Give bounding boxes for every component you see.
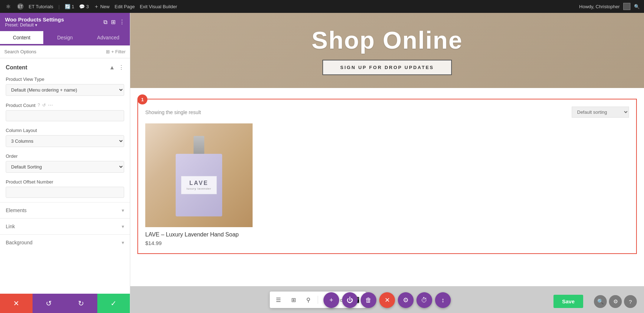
bottle-label: LAVE luxury lavender	[181, 176, 216, 194]
column-layout-label: Column Layout	[6, 128, 124, 133]
search-icon[interactable]: 🔍	[634, 4, 640, 9]
module-badge: 1	[137, 94, 147, 104]
list-view-icon[interactable]: ☰	[271, 293, 286, 307]
sorting-select[interactable]: Default sorting	[572, 107, 629, 118]
bottle-label-subtitle: luxury lavender	[186, 187, 211, 190]
sidebar-header: Woo Products Settings Preset: Default ▾ …	[0, 13, 130, 31]
preset-label: Preset:	[5, 23, 19, 28]
product-count-label: Product Count ? ↺ ⋯	[6, 102, 124, 108]
tab-design[interactable]: Design	[43, 31, 87, 45]
sidebar-preset[interactable]: Preset: Default ▾	[5, 23, 64, 28]
help-icon[interactable]: ?	[38, 103, 40, 108]
add-fab[interactable]: +	[323, 292, 339, 308]
link-title: Link	[6, 224, 15, 229]
edit-page-link[interactable]: Edit Page	[114, 4, 135, 9]
products-sort: Default sorting	[572, 107, 629, 118]
floating-actions: + ⏻ 🗑 ✕ ⚙ ⏱ ↕	[323, 292, 451, 308]
right-mini-toolbar: 🔍 ⚙ ?	[594, 295, 637, 308]
link-chevron-icon: ▾	[122, 224, 124, 229]
bottle-body: LAVE luxury lavender	[176, 154, 222, 216]
section-header-content: Content ▲ ⋮	[0, 58, 130, 74]
section-controls: ▲ ⋮	[109, 64, 124, 71]
comments-icon[interactable]: 💬 3	[79, 4, 89, 9]
search-input[interactable]	[4, 49, 103, 54]
admin-bar: ⚛ ET ET Tutorials | 🔄 1 💬 3 ＋ New Edit P…	[0, 0, 644, 13]
products-header: Showing the single result Default sortin…	[145, 107, 629, 118]
delete-fab[interactable]: 🗑	[361, 292, 376, 308]
duplicate-icon[interactable]: ⧉	[103, 19, 107, 25]
grid-view-icon[interactable]: ⊞	[286, 293, 301, 307]
separator: |	[58, 4, 59, 9]
order-select[interactable]: Default Sorting	[6, 161, 124, 173]
bottle-cap	[194, 136, 204, 154]
settings-fab[interactable]: ⚙	[398, 292, 414, 308]
product-count-field: Product Count ? ↺ ⋯ 9	[0, 100, 130, 126]
et-tutorials-link[interactable]: ET Tutorials	[29, 4, 53, 9]
product-view-type-label: Product View Type	[6, 77, 124, 82]
filter-label: + Filter	[111, 49, 126, 54]
section-more-icon[interactable]: ⋮	[118, 64, 124, 71]
product-view-type-select[interactable]: Default (Menu ordering + name)	[6, 84, 124, 96]
admin-bar-right: Howdy, Christopher 🔍	[579, 3, 640, 10]
product-image[interactable]: LAVE luxury lavender	[145, 123, 253, 227]
shop-cta-button[interactable]: SIGN UP FOR DROP UPDATES	[322, 60, 452, 75]
timer-fab[interactable]: ⏱	[416, 292, 432, 308]
elements-title: Elements	[6, 207, 26, 213]
undo-button[interactable]: ↺	[33, 294, 65, 313]
product-count-input[interactable]: 9	[6, 110, 124, 121]
save-button[interactable]: Save	[553, 295, 583, 308]
redo-button[interactable]: ↻	[65, 294, 98, 313]
exit-builder-link[interactable]: Exit Visual Builder	[140, 4, 177, 9]
chevron-down-icon: ▾	[35, 23, 37, 28]
section-title: Content	[6, 64, 27, 71]
filter-button[interactable]: ⊞ + Filter	[106, 49, 126, 54]
elements-chevron-icon: ▾	[122, 207, 124, 213]
product-offset-field: Product Offset Number 0	[0, 177, 130, 202]
wordpress-logo-icon[interactable]: ⚛	[4, 3, 12, 10]
collapse-icon[interactable]: ▲	[109, 64, 115, 71]
column-layout-field: Column Layout 3 Columns	[0, 126, 130, 151]
content-area: Shop Online SIGN UP FOR DROP UPDATES 1 S…	[130, 13, 644, 313]
product-name: LAVE – Luxury Lavender Hand Soap	[145, 231, 253, 238]
save-check-button[interactable]: ✓	[97, 294, 130, 313]
bottle-label-title: LAVE	[186, 180, 211, 186]
product-card: LAVE luxury lavender LAVE – Luxury Laven…	[145, 123, 253, 246]
sidebar: Woo Products Settings Preset: Default ▾ …	[0, 13, 130, 313]
background-section[interactable]: Background ▾	[0, 234, 130, 250]
sidebar-search: ⊞ + Filter	[0, 45, 130, 58]
sidebar-content: Content ▲ ⋮ Product View Type Default (M…	[0, 58, 130, 294]
lave-bottle: LAVE luxury lavender	[176, 136, 222, 215]
cancel-button[interactable]: ✕	[0, 294, 33, 313]
settings-mini-button[interactable]: ⚙	[609, 295, 622, 308]
notifications-icon[interactable]: 🔄 1	[65, 4, 74, 9]
filter-icon: ⊞	[106, 49, 110, 54]
results-text: Showing the single result	[145, 109, 201, 115]
order-label: Order	[6, 153, 124, 159]
product-view-type-field: Product View Type Default (Menu ordering…	[0, 74, 130, 100]
link-icon[interactable]: ⚲	[301, 293, 316, 307]
avatar[interactable]	[623, 3, 630, 10]
elements-section[interactable]: Elements ▾	[0, 202, 130, 218]
power-fab[interactable]: ⏻	[342, 292, 358, 308]
reset-icon[interactable]: ↺	[42, 103, 46, 108]
sort-fab[interactable]: ↕	[435, 292, 451, 308]
close-fab[interactable]: ✕	[379, 292, 395, 308]
link-section[interactable]: Link ▾	[0, 218, 130, 234]
grid-icon[interactable]: ⊞	[111, 19, 116, 25]
background-chevron-icon: ▾	[122, 240, 124, 245]
tab-content[interactable]: Content	[0, 31, 43, 45]
more-icon[interactable]: ⋯	[48, 102, 53, 108]
shop-hero: Shop Online SIGN UP FOR DROP UPDATES	[130, 13, 644, 88]
new-button[interactable]: ＋ New	[94, 3, 109, 10]
et-badge: ET	[17, 3, 24, 10]
sidebar-title-area: Woo Products Settings Preset: Default ▾	[5, 16, 64, 28]
product-offset-input[interactable]: 0	[6, 187, 124, 198]
column-layout-select[interactable]: 3 Columns	[6, 135, 124, 147]
tab-advanced[interactable]: Advanced	[87, 31, 130, 45]
preset-value: Default	[20, 23, 34, 28]
more-options-icon[interactable]: ⋮	[119, 19, 125, 25]
product-offset-label: Product Offset Number	[6, 179, 124, 185]
module-outline: 1 Showing the single result Default sort…	[137, 99, 637, 254]
search-mini-button[interactable]: 🔍	[594, 295, 607, 308]
help-mini-button[interactable]: ?	[624, 295, 637, 308]
